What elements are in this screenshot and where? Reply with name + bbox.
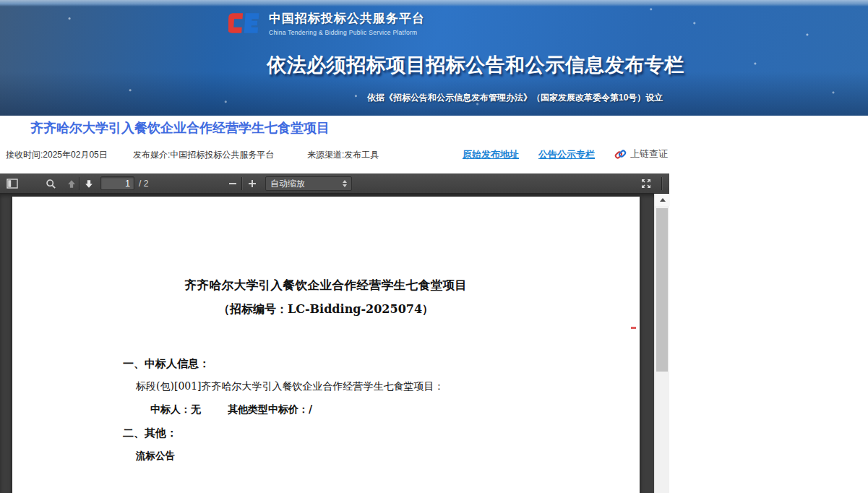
pdf-toolbar: / 2 自动缩放 — [0, 173, 669, 194]
viewer-scrollbar[interactable] — [654, 194, 669, 493]
minus-icon — [228, 179, 238, 189]
sidebar-toggle-button[interactable] — [4, 176, 20, 192]
platform-name-en: China Tendering & Bidding Public Service… — [269, 29, 425, 36]
banner-subnote: 依据《招标公告和公示信息发布管理办法》（国家发展改革委令第10号）设立 — [367, 92, 663, 104]
zoom-in-button[interactable] — [244, 176, 260, 192]
doc-section1-heading: 一、中标人信息： — [123, 357, 210, 371]
sidebar-toggle-icon — [7, 179, 18, 189]
zoom-out-button[interactable] — [225, 176, 241, 192]
meta-source-channel: 来源渠道:发布工具 — [307, 149, 379, 161]
banner-top-strip — [0, 0, 868, 7]
previous-page-button[interactable] — [64, 176, 80, 192]
doc-failed-bid-notice: 流标公告 — [136, 450, 175, 463]
find-button[interactable] — [43, 176, 59, 192]
next-page-button[interactable] — [81, 176, 97, 192]
platform-logo-icon — [228, 9, 262, 37]
scrollbar-thumb[interactable] — [656, 208, 668, 372]
announcement-column-link[interactable]: 公告公示专栏 — [538, 148, 595, 161]
article-title: 齐齐哈尔大学引入餐饮企业合作经营学生七食堂项目 — [30, 119, 330, 137]
pdf-viewer: / 2 自动缩放 — [0, 173, 669, 493]
blockchain-verify-label: 上链查证 — [630, 147, 668, 160]
site-logo: 中国招标投标公共服务平台 China Tendering & Bidding P… — [228, 9, 425, 37]
zoom-scale-value: 自动缩放 — [270, 178, 343, 190]
zoom-scale-select[interactable]: 自动缩放 — [265, 176, 352, 191]
site-banner: 中国招标投标公共服务平台 China Tendering & Bidding P… — [0, 0, 868, 116]
toolbar-separator — [79, 177, 80, 190]
doc-lot-line: 标段(包)[001]齐齐哈尔大学引入餐饮企业合作经营学生七食堂项目： — [136, 380, 444, 393]
presentation-mode-button[interactable] — [638, 176, 654, 192]
toolbar-separator — [241, 177, 242, 190]
doc-other-price: 其他类型中标价：/ — [228, 403, 312, 416]
chain-link-icon — [614, 148, 627, 160]
plus-icon — [247, 179, 257, 189]
fullscreen-icon — [640, 178, 652, 189]
platform-name: 中国招标投标公共服务平台 China Tendering & Bidding P… — [269, 10, 425, 36]
doc-winner-line: 中标人：无 — [150, 403, 201, 416]
select-carets-icon — [343, 180, 347, 187]
search-icon — [46, 179, 56, 189]
scroll-up-button[interactable] — [655, 194, 670, 206]
toolbar-separator — [661, 177, 662, 190]
doc-title: 齐齐哈尔大学引入餐饮企业合作经营学生七食堂项目 — [12, 278, 640, 293]
pdf-viewer-canvas-area: 齐齐哈尔大学引入餐饮企业合作经营学生七食堂项目 （招标编号：LC-Bidding… — [0, 194, 669, 493]
doc-bid-number: （招标编号：LC-Bidding-2025074） — [12, 302, 640, 317]
pdf-page: 齐齐哈尔大学引入餐饮企业合作经营学生七食堂项目 （招标编号：LC-Bidding… — [12, 197, 640, 493]
article-meta-row: 接收时间:2025年02月05日 发布媒介:中国招标投标公共服务平台 来源渠道:… — [0, 147, 868, 160]
page-number-input[interactable] — [100, 176, 134, 190]
banner-main-title: 依法必须招标项目招标公告和公示信息发布专栏 — [259, 52, 692, 78]
page-total-label: / 2 — [139, 179, 148, 189]
blockchain-verify-link[interactable]: 上链查证 — [614, 147, 668, 160]
arrow-up-icon — [66, 179, 77, 189]
red-annotation-mark — [631, 327, 636, 329]
triangle-up-icon — [660, 198, 666, 202]
doc-section2-heading: 二、其他： — [123, 426, 177, 440]
platform-name-cn: 中国招标投标公共服务平台 — [269, 10, 425, 27]
arrow-down-icon — [83, 179, 95, 189]
meta-publish-medium: 发布媒介:中国招标投标公共服务平台 — [133, 149, 274, 161]
meta-receive-time: 接收时间:2025年02月05日 — [6, 149, 108, 161]
original-publish-link[interactable]: 原始发布地址 — [463, 148, 519, 161]
